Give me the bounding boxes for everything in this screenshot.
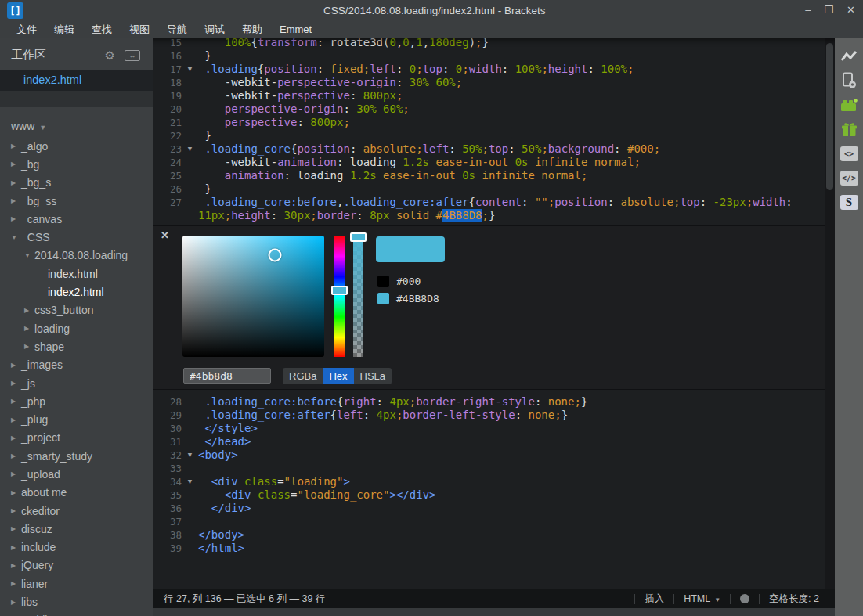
menu-item-编辑[interactable]: 编辑 — [45, 21, 83, 38]
opacity-slider[interactable] — [353, 236, 363, 357]
tree-folder-_js[interactable]: ▶_js — [0, 374, 153, 392]
chevron-right-icon[interactable]: ▶ — [11, 215, 21, 222]
responsive-preview-icon[interactable] — [840, 72, 858, 89]
code-line-15[interactable]: 15100%{transform: rotate3d(0,0,1,180deg)… — [153, 36, 825, 49]
format-button-hex[interactable]: Hex — [323, 368, 353, 384]
tree-folder-jQuery[interactable]: ▶jQuery — [0, 557, 153, 575]
tree-file-index.html[interactable]: index.html — [0, 265, 153, 283]
chevron-right-icon[interactable]: ▶ — [11, 452, 21, 459]
chevron-right-icon[interactable]: ▶ — [11, 416, 21, 423]
code-line-37[interactable]: 37 — [153, 515, 825, 528]
code-line-34[interactable]: 34▼<div class="loading"> — [153, 475, 825, 488]
saturation-square[interactable] — [182, 236, 324, 357]
code-line-31[interactable]: 31</head> — [153, 435, 825, 448]
tree-folder-_project[interactable]: ▶_project — [0, 429, 153, 447]
tree-folder-_upload[interactable]: ▶_upload — [0, 465, 153, 483]
chevron-right-icon[interactable]: ▶ — [11, 197, 21, 204]
format-button-hsla[interactable]: HSLa — [354, 368, 392, 384]
tree-folder-libs[interactable]: ▶libs — [0, 593, 153, 611]
swatch-#4BB8D8[interactable]: #4BB8D8 — [377, 290, 439, 307]
chevron-right-icon[interactable]: ▶ — [11, 525, 21, 532]
code-line-25[interactable]: 25animation: loading 1.2s ease-in-out 0s… — [153, 169, 825, 182]
code-line-23[interactable]: 23▼.loading_core{position: absolute;left… — [153, 142, 825, 156]
chevron-right-icon[interactable]: ▶ — [11, 544, 21, 551]
fold-arrow-icon[interactable]: ▼ — [182, 475, 198, 488]
tree-folder-include[interactable]: ▶include — [0, 539, 153, 557]
swatch-#000[interactable]: #000 — [377, 272, 439, 290]
scrollbar-thumb[interactable] — [826, 43, 833, 190]
language-selector[interactable]: HTML▼ — [684, 593, 720, 604]
menu-item-视图[interactable]: 视图 — [121, 21, 158, 38]
code-line-35[interactable]: 35<div class="loading_core"></div> — [153, 488, 825, 502]
fold-arrow-icon[interactable]: ▼ — [182, 142, 198, 156]
chevron-right-icon[interactable]: ▶ — [11, 489, 21, 496]
tree-folder-_CSS[interactable]: ▼_CSS — [0, 228, 153, 246]
chevron-right-icon[interactable]: ▶ — [11, 380, 21, 387]
tree-folder-discuz[interactable]: ▶discuz — [0, 520, 153, 538]
tree-folder-_images[interactable]: ▶_images — [0, 356, 153, 374]
chevron-right-icon[interactable]: ▶ — [11, 362, 21, 369]
code-line-17[interactable]: 17▼.loading{position: fixed;left: 0;top:… — [153, 63, 825, 76]
chevron-right-icon[interactable]: ▶ — [11, 599, 21, 606]
menu-item-帮助[interactable]: 帮助 — [233, 21, 271, 38]
tree-folder-css3_button[interactable]: ▶css3_button — [0, 301, 153, 319]
tree-folder-about me[interactable]: ▶about me — [0, 484, 153, 502]
chevron-right-icon[interactable]: ▶ — [24, 307, 34, 314]
opacity-handle[interactable] — [350, 232, 367, 242]
tree-folder-_smarty_study[interactable]: ▶_smarty_study — [0, 447, 153, 465]
editor-scrollbar[interactable] — [825, 38, 835, 589]
code-line-29[interactable]: 29.loading_core:after{left: 4px;border-l… — [153, 409, 825, 422]
menu-item-文件[interactable]: 文件 — [8, 21, 45, 38]
code-line-28[interactable]: 28.loading_core:before{right: 4px;border… — [153, 395, 825, 409]
chevron-down-icon[interactable]: ▼ — [11, 234, 21, 241]
chevron-right-icon[interactable]: ▶ — [11, 398, 21, 405]
code-line-22[interactable]: 22} — [153, 129, 825, 142]
tree-folder-shape[interactable]: ▶shape — [0, 337, 153, 355]
code-line-38[interactable]: 38</body> — [153, 528, 825, 542]
code-line-26[interactable]: 26} — [153, 182, 825, 196]
code-line-36[interactable]: 36</div> — [153, 502, 825, 515]
menu-item-查找[interactable]: 查找 — [83, 21, 121, 38]
chevron-right-icon[interactable]: ▶ — [11, 507, 21, 514]
code-line-30[interactable]: 30</style> — [153, 422, 825, 435]
hue-slider[interactable] — [334, 236, 345, 357]
extension-manager-icon[interactable] — [840, 96, 858, 113]
tree-folder-2014.08.08.loading[interactable]: ▼2014.08.08.loading — [0, 247, 153, 265]
tree-folder-mobile[interactable]: ▶mobile — [0, 611, 153, 616]
code-tag-icon[interactable]: <> — [840, 145, 858, 162]
live-preview-icon[interactable] — [840, 48, 858, 65]
code-line-39[interactable]: 39</html> — [153, 542, 825, 555]
tree-file-index2.html[interactable]: index2.html — [0, 283, 153, 301]
minimize-button[interactable]: – — [805, 4, 811, 16]
tree-folder-loading[interactable]: ▶loading — [0, 319, 153, 337]
code-line-18[interactable]: 18-webkit-perspective-origin: 30% 60%; — [153, 76, 825, 89]
snippets-icon[interactable]: S — [840, 193, 858, 211]
fold-arrow-icon[interactable]: ▼ — [182, 448, 198, 462]
chevron-right-icon[interactable]: ▶ — [11, 470, 21, 477]
close-button[interactable]: ✕ — [847, 4, 855, 16]
code-line-20[interactable]: 20perspective-origin: 30% 60%; — [153, 103, 825, 116]
menu-item-调试[interactable]: 调试 — [196, 21, 233, 38]
tree-folder-ckeditor[interactable]: ▶ckeditor — [0, 502, 153, 520]
chevron-right-icon[interactable]: ▶ — [24, 325, 34, 332]
tree-folder-_canvas[interactable]: ▶_canvas — [0, 210, 153, 228]
maximize-button[interactable]: ❐ — [824, 4, 833, 16]
tree-folder-_bg[interactable]: ▶_bg — [0, 155, 153, 173]
code-line-33[interactable]: 33 — [153, 462, 825, 475]
insert-mode-toggle[interactable]: 插入 — [645, 593, 664, 606]
code-editor[interactable]: 15100%{transform: rotate3d(0,0,1,180deg)… — [153, 38, 825, 616]
chevron-right-icon[interactable]: ▶ — [11, 562, 21, 569]
status-indicator-icon[interactable] — [740, 594, 749, 603]
working-file-index2[interactable]: index2.html — [0, 70, 153, 91]
code-slash-icon[interactable]: </> — [840, 169, 858, 186]
tree-folder-lianer[interactable]: ▶lianer — [0, 575, 153, 593]
tree-folder-_bg_ss[interactable]: ▶_bg_ss — [0, 192, 153, 210]
chevron-down-icon[interactable]: ▼ — [24, 252, 34, 259]
chevron-right-icon[interactable]: ▶ — [11, 179, 21, 186]
close-icon[interactable]: ✕ — [161, 229, 169, 241]
extension-gift-icon[interactable] — [840, 121, 858, 138]
chevron-right-icon[interactable]: ▶ — [11, 434, 21, 441]
chevron-right-icon[interactable]: ▶ — [11, 580, 21, 587]
code-line-24[interactable]: 24-webkit-animation: loading 1.2s ease-i… — [153, 156, 825, 169]
chevron-right-icon[interactable]: ▶ — [24, 343, 34, 350]
